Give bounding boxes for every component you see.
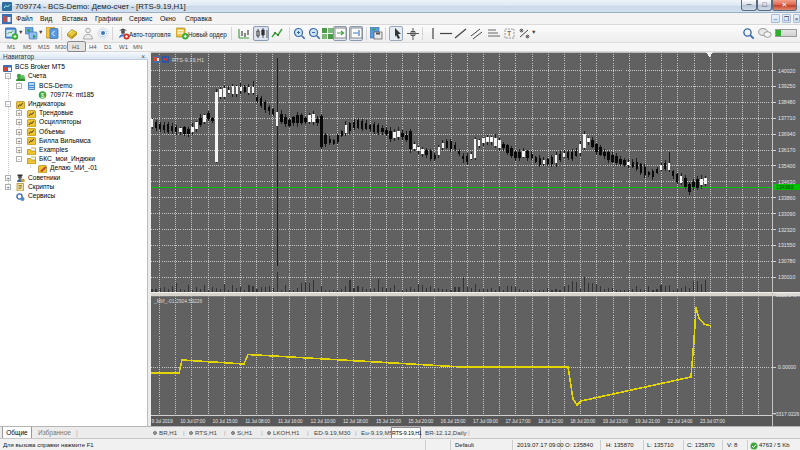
svg-text:19 Jul 21:00: 19 Jul 21:00 [635,418,660,424]
svg-text:10 Jul 07:00: 10 Jul 07:00 [180,418,205,424]
svg-text:132320: 132320 [778,227,795,233]
svg-text:135400: 135400 [778,163,795,169]
svg-text:0.00000: 0.00000 [778,364,796,370]
svg-text:15 Jul 12:00: 15 Jul 12:00 [376,418,401,424]
svg-text:_МИ_-01 2904.59226: _МИ_-01 2904.59226 [153,298,203,304]
svg-text:134360: 134360 [776,184,793,190]
svg-text:$: $ [41,92,45,99]
svg-text:140020: 140020 [778,68,795,74]
svg-text:-3317.0226: -3317.0226 [774,411,800,417]
svg-text:136170: 136170 [778,147,795,153]
svg-text:10 Jul 15:00: 10 Jul 15:00 [213,418,238,424]
svg-text:133860: 133860 [778,195,795,201]
svg-text:5028.54044: 5028.54044 [776,292,800,298]
svg-text:139250: 139250 [778,83,795,89]
svg-text:RTS-9.19,H1: RTS-9.19,H1 [172,57,204,63]
svg-text:18 Jul 12:00: 18 Jul 12:00 [538,418,563,424]
svg-text:23 Jul 07:00: 23 Jul 07:00 [700,418,725,424]
svg-text:130010: 130010 [778,274,795,280]
svg-text:12 Jul 10:00: 12 Jul 10:00 [311,418,336,424]
svg-text:136940: 136940 [778,131,795,137]
svg-text:19 Jul 13:00: 19 Jul 13:00 [603,418,628,424]
svg-text:15 Jul 20:00: 15 Jul 20:00 [408,418,433,424]
svg-text:133090: 133090 [778,211,795,217]
svg-text:11 Jul 08:00: 11 Jul 08:00 [245,418,270,424]
svg-text:18 Jul 20:00: 18 Jul 20:00 [570,418,595,424]
svg-text:130780: 130780 [778,258,795,264]
svg-text:17 Jul 09:00: 17 Jul 09:00 [473,418,498,424]
svg-text:9 Jul 2019: 9 Jul 2019 [151,418,172,424]
svg-text:138480: 138480 [778,99,795,105]
svg-text:12 Jul 18:00: 12 Jul 18:00 [343,418,368,424]
svg-text:17 Jul 17:00: 17 Jul 17:00 [505,418,530,424]
svg-text:16 Jul 15:00: 16 Jul 15:00 [441,418,466,424]
svg-text:T: T [507,30,512,37]
svg-text:22 Jul 14:00: 22 Jul 14:00 [668,418,693,424]
svg-text:11 Jul 16:00: 11 Jul 16:00 [278,418,303,424]
svg-text:131550: 131550 [778,242,795,248]
svg-text:137710: 137710 [778,115,795,121]
